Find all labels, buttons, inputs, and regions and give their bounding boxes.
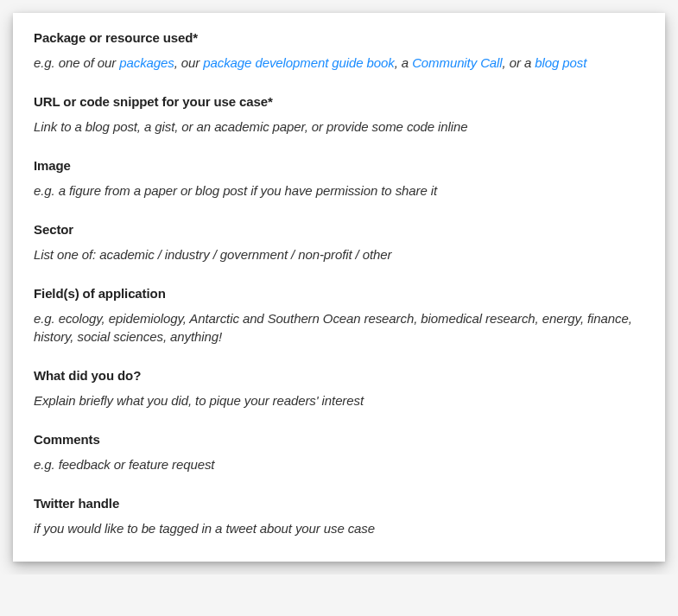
section-comments: Comments e.g. feedback or feature reques… xyxy=(34,432,644,473)
section-image: Image e.g. a figure from a paper or blog… xyxy=(34,158,644,200)
description-what-did-you-do: Explain briefly what you did, to pique y… xyxy=(34,391,644,410)
description-sector: List one of: academic / industry / gover… xyxy=(34,245,644,264)
section-what-did-you-do: What did you do? Explain briefly what yo… xyxy=(34,368,644,410)
section-fields: Field(s) of application e.g. ecology, ep… xyxy=(34,286,644,346)
link-packages[interactable]: packages xyxy=(119,55,174,70)
form-template-card: Package or resource used* e.g. one of ou… xyxy=(13,13,665,562)
section-twitter: Twitter handle if you would like to be t… xyxy=(34,496,644,537)
section-url-snippet: URL or code snippet for your use case* L… xyxy=(34,94,644,136)
heading-what-did-you-do: What did you do? xyxy=(34,368,644,383)
link-blog-post[interactable]: blog post xyxy=(535,55,586,70)
desc-text: e.g. one of our xyxy=(34,55,119,70)
heading-sector: Sector xyxy=(34,222,644,237)
description-comments: e.g. feedback or feature request xyxy=(34,455,644,473)
description-fields: e.g. ecology, epidemiology, Antarctic an… xyxy=(34,309,644,346)
heading-fields: Field(s) of application xyxy=(34,286,644,301)
heading-comments: Comments xyxy=(34,432,644,447)
desc-text: , or a xyxy=(503,55,535,70)
description-url-snippet: Link to a blog post, a gist, or an acade… xyxy=(34,117,644,136)
heading-package-resource: Package or resource used* xyxy=(34,30,644,45)
desc-text: , a xyxy=(395,55,412,70)
heading-twitter: Twitter handle xyxy=(34,496,644,511)
link-dev-guide[interactable]: package development guide book xyxy=(203,55,394,70)
section-package-resource: Package or resource used* e.g. one of ou… xyxy=(34,30,644,72)
description-package-resource: e.g. one of our packages, our package de… xyxy=(34,54,644,72)
heading-image: Image xyxy=(34,158,644,173)
link-community-call[interactable]: Community Call xyxy=(412,55,502,70)
section-sector: Sector List one of: academic / industry … xyxy=(34,222,644,264)
description-twitter: if you would like to be tagged in a twee… xyxy=(34,519,644,537)
description-image: e.g. a figure from a paper or blog post … xyxy=(34,181,644,200)
heading-url-snippet: URL or code snippet for your use case* xyxy=(34,94,644,109)
desc-text: , our xyxy=(174,55,204,70)
